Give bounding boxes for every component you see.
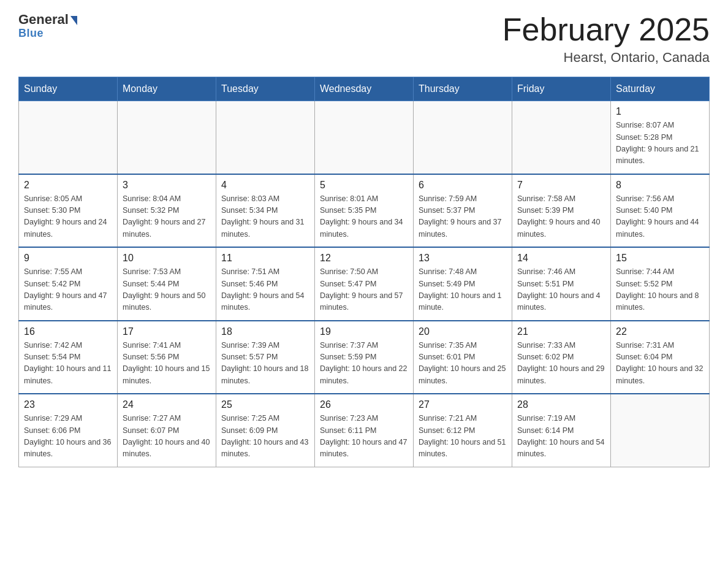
day-info: Sunrise: 7:35 AM Sunset: 6:01 PM Dayligh… (419, 340, 507, 388)
day-info: Sunrise: 7:55 AM Sunset: 5:42 PM Dayligh… (24, 266, 112, 314)
day-number: 16 (24, 326, 112, 337)
day-number: 12 (320, 253, 408, 264)
day-number: 28 (517, 399, 605, 410)
calendar-cell: 24Sunrise: 7:27 AM Sunset: 6:07 PM Dayli… (118, 394, 216, 467)
day-number: 2 (24, 180, 112, 191)
calendar-cell: 10Sunrise: 7:53 AM Sunset: 5:44 PM Dayli… (118, 247, 216, 321)
calendar-week-row: 16Sunrise: 7:42 AM Sunset: 5:54 PM Dayli… (19, 321, 710, 394)
calendar-cell: 12Sunrise: 7:50 AM Sunset: 5:47 PM Dayli… (315, 247, 414, 321)
calendar-cell: 1Sunrise: 8:07 AM Sunset: 5:28 PM Daylig… (611, 101, 710, 174)
day-number: 25 (221, 399, 309, 410)
day-number: 4 (221, 180, 309, 191)
calendar-cell: 27Sunrise: 7:21 AM Sunset: 6:12 PM Dayli… (414, 394, 512, 467)
day-number: 3 (123, 180, 211, 191)
calendar-cell: 13Sunrise: 7:48 AM Sunset: 5:49 PM Dayli… (414, 247, 512, 321)
day-info: Sunrise: 7:56 AM Sunset: 5:40 PM Dayligh… (616, 193, 704, 241)
day-number: 14 (517, 253, 605, 264)
calendar-cell (216, 101, 315, 174)
day-info: Sunrise: 8:07 AM Sunset: 5:28 PM Dayligh… (616, 120, 704, 167)
day-info: Sunrise: 7:50 AM Sunset: 5:47 PM Dayligh… (320, 266, 408, 314)
day-number: 1 (616, 106, 704, 117)
day-info: Sunrise: 7:42 AM Sunset: 5:54 PM Dayligh… (24, 340, 112, 388)
logo-blue: Blue (18, 27, 44, 40)
day-info: Sunrise: 7:58 AM Sunset: 5:39 PM Dayligh… (517, 193, 605, 241)
day-header-saturday: Saturday (611, 77, 710, 101)
calendar-cell: 26Sunrise: 7:23 AM Sunset: 6:11 PM Dayli… (315, 394, 414, 467)
day-info: Sunrise: 7:23 AM Sunset: 6:11 PM Dayligh… (320, 413, 408, 461)
day-info: Sunrise: 7:48 AM Sunset: 5:49 PM Dayligh… (419, 266, 507, 314)
day-number: 6 (419, 180, 507, 191)
calendar-cell: 9Sunrise: 7:55 AM Sunset: 5:42 PM Daylig… (19, 247, 118, 321)
calendar-cell: 15Sunrise: 7:44 AM Sunset: 5:52 PM Dayli… (611, 247, 710, 321)
calendar-cell: 22Sunrise: 7:31 AM Sunset: 6:04 PM Dayli… (611, 321, 710, 394)
calendar-cell (611, 394, 710, 467)
day-number: 9 (24, 253, 112, 264)
day-info: Sunrise: 8:01 AM Sunset: 5:35 PM Dayligh… (320, 193, 408, 241)
calendar-table: SundayMondayTuesdayWednesdayThursdayFrid… (18, 77, 710, 467)
day-info: Sunrise: 8:03 AM Sunset: 5:34 PM Dayligh… (221, 193, 309, 241)
day-info: Sunrise: 7:29 AM Sunset: 6:06 PM Dayligh… (24, 413, 112, 461)
day-number: 11 (221, 253, 309, 264)
calendar-cell: 2Sunrise: 8:05 AM Sunset: 5:30 PM Daylig… (19, 174, 118, 248)
day-info: Sunrise: 7:53 AM Sunset: 5:44 PM Dayligh… (123, 266, 211, 314)
title-block: February 2025 Hearst, Ontario, Canada (502, 12, 710, 66)
day-info: Sunrise: 8:04 AM Sunset: 5:32 PM Dayligh… (123, 193, 211, 241)
calendar-cell: 28Sunrise: 7:19 AM Sunset: 6:14 PM Dayli… (512, 394, 611, 467)
day-header-tuesday: Tuesday (216, 77, 315, 101)
calendar-cell: 25Sunrise: 7:25 AM Sunset: 6:09 PM Dayli… (216, 394, 315, 467)
calendar-cell (414, 101, 512, 174)
day-number: 7 (517, 180, 605, 191)
day-header-wednesday: Wednesday (315, 77, 414, 101)
calendar-cell: 17Sunrise: 7:41 AM Sunset: 5:56 PM Dayli… (118, 321, 216, 394)
day-header-thursday: Thursday (414, 77, 512, 101)
day-number: 21 (517, 326, 605, 337)
day-info: Sunrise: 7:46 AM Sunset: 5:51 PM Dayligh… (517, 266, 605, 314)
calendar-header-row: SundayMondayTuesdayWednesdayThursdayFrid… (19, 77, 710, 101)
calendar-cell: 4Sunrise: 8:03 AM Sunset: 5:34 PM Daylig… (216, 174, 315, 248)
calendar-cell: 8Sunrise: 7:56 AM Sunset: 5:40 PM Daylig… (611, 174, 710, 248)
month-title: February 2025 (502, 12, 710, 47)
day-number: 24 (123, 399, 211, 410)
day-info: Sunrise: 7:25 AM Sunset: 6:09 PM Dayligh… (221, 413, 309, 461)
calendar-cell (118, 101, 216, 174)
calendar-cell: 7Sunrise: 7:58 AM Sunset: 5:39 PM Daylig… (512, 174, 611, 248)
day-number: 22 (616, 326, 704, 337)
day-info: Sunrise: 8:05 AM Sunset: 5:30 PM Dayligh… (24, 193, 112, 241)
calendar-week-row: 23Sunrise: 7:29 AM Sunset: 6:06 PM Dayli… (19, 394, 710, 467)
day-number: 23 (24, 399, 112, 410)
calendar-week-row: 9Sunrise: 7:55 AM Sunset: 5:42 PM Daylig… (19, 247, 710, 321)
calendar-cell: 16Sunrise: 7:42 AM Sunset: 5:54 PM Dayli… (19, 321, 118, 394)
calendar-cell: 6Sunrise: 7:59 AM Sunset: 5:37 PM Daylig… (414, 174, 512, 248)
day-number: 27 (419, 399, 507, 410)
day-number: 26 (320, 399, 408, 410)
calendar-cell (512, 101, 611, 174)
day-info: Sunrise: 7:44 AM Sunset: 5:52 PM Dayligh… (616, 266, 704, 314)
calendar-cell: 19Sunrise: 7:37 AM Sunset: 5:59 PM Dayli… (315, 321, 414, 394)
calendar-cell: 11Sunrise: 7:51 AM Sunset: 5:46 PM Dayli… (216, 247, 315, 321)
logo-text: General (18, 12, 77, 27)
calendar-cell: 21Sunrise: 7:33 AM Sunset: 6:02 PM Dayli… (512, 321, 611, 394)
day-info: Sunrise: 7:21 AM Sunset: 6:12 PM Dayligh… (419, 413, 507, 461)
calendar-week-row: 1Sunrise: 8:07 AM Sunset: 5:28 PM Daylig… (19, 101, 710, 174)
page-header: General Blue February 2025 Hearst, Ontar… (18, 12, 710, 66)
day-info: Sunrise: 7:39 AM Sunset: 5:57 PM Dayligh… (221, 340, 309, 388)
day-number: 8 (616, 180, 704, 191)
calendar-cell (19, 101, 118, 174)
day-info: Sunrise: 7:41 AM Sunset: 5:56 PM Dayligh… (123, 340, 211, 388)
day-number: 19 (320, 326, 408, 337)
calendar-cell: 14Sunrise: 7:46 AM Sunset: 5:51 PM Dayli… (512, 247, 611, 321)
day-info: Sunrise: 7:33 AM Sunset: 6:02 PM Dayligh… (517, 340, 605, 388)
day-header-friday: Friday (512, 77, 611, 101)
calendar-cell: 20Sunrise: 7:35 AM Sunset: 6:01 PM Dayli… (414, 321, 512, 394)
calendar-cell (315, 101, 414, 174)
day-header-monday: Monday (118, 77, 216, 101)
day-number: 10 (123, 253, 211, 264)
day-header-sunday: Sunday (19, 77, 118, 101)
calendar-cell: 18Sunrise: 7:39 AM Sunset: 5:57 PM Dayli… (216, 321, 315, 394)
day-number: 20 (419, 326, 507, 337)
calendar-cell: 3Sunrise: 8:04 AM Sunset: 5:32 PM Daylig… (118, 174, 216, 248)
day-info: Sunrise: 7:19 AM Sunset: 6:14 PM Dayligh… (517, 413, 605, 461)
day-info: Sunrise: 7:51 AM Sunset: 5:46 PM Dayligh… (221, 266, 309, 314)
day-info: Sunrise: 7:59 AM Sunset: 5:37 PM Dayligh… (419, 193, 507, 241)
logo: General Blue (18, 12, 77, 40)
